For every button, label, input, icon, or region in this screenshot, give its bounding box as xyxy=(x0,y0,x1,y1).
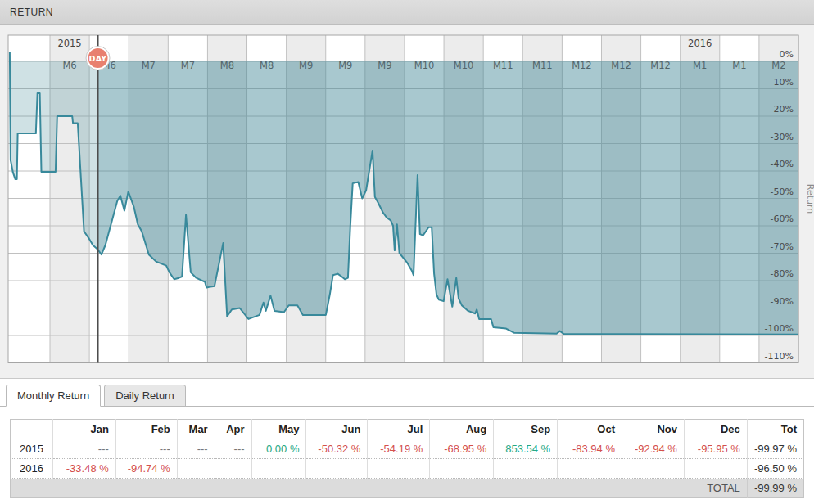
col-header-Apr: Apr xyxy=(215,420,251,439)
y-tick-label: -70% xyxy=(771,241,794,252)
col-header-Sep: Sep xyxy=(494,420,558,439)
table-cell xyxy=(215,459,251,479)
table-row: 2015------------0.00 %-50.32 %-54.19 %-6… xyxy=(11,439,804,459)
month-label: M9 xyxy=(338,60,352,71)
col-header-Jul: Jul xyxy=(368,420,430,439)
return-widget: RETURN M6M6M7M7M8M8M9M9M9M10M10M11M11M12… xyxy=(0,0,814,504)
col-header-Dec: Dec xyxy=(684,420,747,439)
y-tick-label: -90% xyxy=(771,296,794,307)
y-tick-label: -100% xyxy=(765,323,794,334)
footer-spacer xyxy=(11,479,685,498)
return-axis-label: Return xyxy=(805,184,814,214)
month-label: M11 xyxy=(493,60,513,71)
col-header-Mar: Mar xyxy=(177,420,215,439)
return-chart[interactable]: M6M6M7M7M8M8M9M9M9M10M10M11M11M12M12M12M… xyxy=(0,25,814,378)
table-cell xyxy=(622,459,685,479)
month-label: M7 xyxy=(142,60,156,71)
y-tick-label: -30% xyxy=(771,132,794,142)
table-cell xyxy=(368,459,430,479)
tab-monthly-return[interactable]: Monthly Return xyxy=(6,385,101,407)
monthly-return-table: JanFebMarAprMayJunJulAugSepOctNovDecTot … xyxy=(10,419,804,498)
month-label: M12 xyxy=(572,60,592,71)
y-tick-label: -20% xyxy=(771,104,794,115)
col-header-Aug: Aug xyxy=(430,420,494,439)
month-label: M10 xyxy=(454,60,474,71)
year-label: 2016 xyxy=(688,38,712,49)
table-header-row: JanFebMarAprMayJunJulAugSepOctNovDecTot xyxy=(11,420,804,439)
col-header-year xyxy=(11,420,53,439)
col-header-Tot: Tot xyxy=(747,420,803,439)
y-tick-label: -40% xyxy=(771,159,794,169)
total-label: TOTAL xyxy=(684,479,747,498)
col-header-Nov: Nov xyxy=(622,420,685,439)
tab-daily-return[interactable]: Daily Return xyxy=(104,385,186,407)
month-label: M9 xyxy=(378,60,391,71)
table-cell xyxy=(558,459,622,479)
row-year-label: 2016 xyxy=(11,459,53,479)
y-tick-label: 0% xyxy=(780,49,794,60)
table-cell: -50.32 % xyxy=(306,439,368,459)
y-tick-label: -10% xyxy=(771,77,794,88)
month-label: M9 xyxy=(299,60,313,71)
month-label: M12 xyxy=(650,60,671,71)
table-cell: -95.95 % xyxy=(684,439,747,459)
month-label: M2 xyxy=(771,60,785,71)
table-cell: -94.74 % xyxy=(115,459,177,479)
col-header-Oct: Oct xyxy=(558,420,622,439)
chart-container: M6M6M7M7M8M8M9M9M9M10M10M11M11M12M12M12M… xyxy=(0,25,814,378)
month-label: M1 xyxy=(732,60,746,71)
table-total-row: TOTAL-99.99 % xyxy=(11,479,804,498)
table-cell xyxy=(684,459,747,479)
table-cell: -92.94 % xyxy=(622,439,685,459)
table-row: 2016-33.48 %-94.74 %-96.50 % xyxy=(11,459,804,479)
table-cell: 853.54 % xyxy=(494,439,558,459)
day-badge-label: DAY xyxy=(89,54,107,63)
table-cell: -54.19 % xyxy=(368,439,430,459)
table-cell xyxy=(177,459,215,479)
y-tick-label: -110% xyxy=(765,351,794,362)
table-cell: --- xyxy=(215,439,251,459)
table-cell: --- xyxy=(52,439,115,459)
table-cell: 0.00 % xyxy=(251,439,306,459)
col-header-May: May xyxy=(251,420,306,439)
table-cell: -83.94 % xyxy=(558,439,622,459)
row-year-label: 2015 xyxy=(11,439,53,459)
returns-panel: Monthly Return Daily Return JanFebMarApr… xyxy=(0,378,814,504)
table-cell: -68.95 % xyxy=(430,439,494,459)
month-label: M7 xyxy=(181,60,195,71)
month-label: M8 xyxy=(260,60,274,71)
month-label: M1 xyxy=(693,60,707,71)
table-cell: -33.48 % xyxy=(52,459,115,479)
tab-bar: Monthly Return Daily Return xyxy=(0,379,814,407)
table-cell xyxy=(306,459,368,479)
y-tick-label: -60% xyxy=(771,214,794,224)
month-label: M11 xyxy=(532,60,553,71)
col-header-Jun: Jun xyxy=(306,420,368,439)
y-tick-label: -80% xyxy=(771,268,794,279)
return-header: RETURN xyxy=(0,0,814,25)
table-cell: --- xyxy=(177,439,215,459)
table-cell xyxy=(251,459,306,479)
month-label: M8 xyxy=(220,60,234,71)
col-header-Feb: Feb xyxy=(115,420,177,439)
table-cell: -99.97 % xyxy=(747,439,803,459)
year-label: 2015 xyxy=(57,38,81,49)
month-label: M6 xyxy=(62,60,76,71)
table-cell xyxy=(430,459,494,479)
table-cell: -96.50 % xyxy=(747,459,803,479)
month-label: M10 xyxy=(414,60,435,71)
table-cell xyxy=(494,459,558,479)
y-tick-label: -50% xyxy=(771,187,794,197)
page-title: RETURN xyxy=(10,7,53,18)
col-header-Jan: Jan xyxy=(52,420,115,439)
month-label: M12 xyxy=(611,60,631,71)
table-cell: --- xyxy=(115,439,177,459)
total-value: -99.99 % xyxy=(747,479,803,498)
